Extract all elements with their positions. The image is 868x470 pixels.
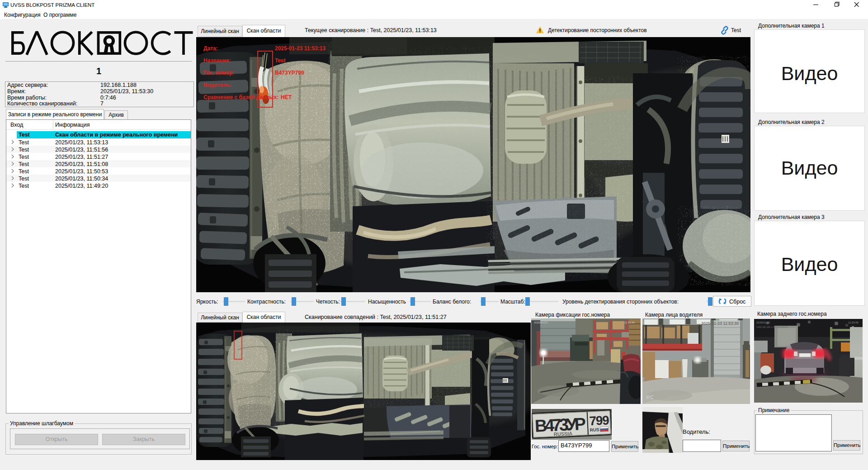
svg-text:IPC: IPC — [646, 395, 654, 400]
svg-text:НЕТ: НЕТ — [281, 94, 292, 100]
svg-text:11:53:55: 11:53:55 — [848, 321, 859, 324]
svg-text:RUSSIA: RUSSIA — [554, 431, 573, 437]
svg-text:Водитель:: Водитель: — [203, 82, 231, 88]
svg-text:11:53:40: 11:53:40 — [624, 321, 635, 324]
svg-text:RUS: RUS — [590, 427, 599, 432]
svg-text:2025/01/23: 2025/01/23 — [756, 321, 770, 324]
svg-text:B473YP799: B473YP799 — [275, 70, 304, 76]
svg-text:Test: Test — [275, 57, 286, 64]
svg-text:Дата:: Дата: — [203, 45, 218, 52]
svg-text:2025/01/23: 2025/01/23 — [534, 321, 548, 324]
svg-text:2025-01-23 11:53:13: 2025-01-23 11:53:13 — [275, 45, 326, 52]
svg-text:Гос. номер:: Гос. номер: — [203, 70, 234, 76]
svg-text:Сравнение с базой данных:: Сравнение с базой данных: — [203, 94, 278, 100]
svg-text:CAM 192.168.1.108(0912)3128: CAM 192.168.1.108(0912)3128 — [756, 326, 788, 328]
svg-text:Название:: Название: — [203, 57, 231, 64]
svg-text:2025-01-23 11:53:30: 2025-01-23 11:53:30 — [701, 321, 739, 326]
svg-text:799: 799 — [589, 413, 609, 428]
